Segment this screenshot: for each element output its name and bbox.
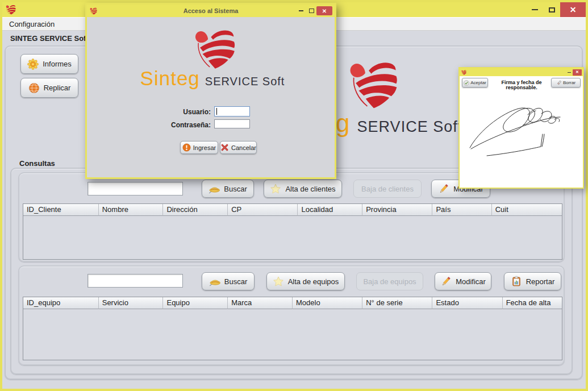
text-caret [216, 108, 217, 115]
column-header[interactable]: Marca [228, 297, 293, 309]
consultas-title: Consultas [19, 159, 55, 168]
search-hat-icon [209, 276, 220, 287]
column-header[interactable]: Estado [432, 297, 502, 309]
button-label: Aceptar [470, 80, 486, 85]
tiny-eraser-icon [556, 80, 562, 86]
alta-equipos-button[interactable]: Alta de equipos [266, 272, 345, 290]
ingresar-button[interactable]: Ingresar [180, 141, 218, 154]
signature-canvas[interactable] [461, 92, 582, 186]
button-label: Modificar [456, 277, 486, 286]
password-label: Contraseña: [166, 121, 211, 129]
star-icon [270, 183, 281, 194]
clients-search-input[interactable] [87, 182, 183, 196]
clients-table: ID_Cliente Nombre Dirección CP Localidad… [23, 203, 562, 260]
button-label: Borrar [563, 80, 576, 85]
signature-instruction: Firma y fecha de responsable. [489, 80, 554, 91]
logo-suffix-text: SERVICE Soft [357, 118, 463, 136]
informes-button[interactable]: Informes [20, 54, 78, 74]
maximize-button[interactable] [543, 3, 560, 16]
column-header[interactable]: País [432, 204, 491, 216]
column-header[interactable]: Provincia [362, 204, 432, 216]
button-label: Baja de clientes [361, 185, 414, 193]
modificar-equipos-button[interactable]: Modificar [435, 272, 491, 290]
column-header[interactable]: Fecha de alta [503, 297, 562, 309]
signature-minimize-button[interactable] [566, 69, 573, 76]
button-label: Cancelar [231, 144, 256, 151]
report-icon [511, 276, 522, 287]
column-header[interactable]: Modelo [293, 297, 362, 309]
button-label: Replicar [44, 84, 71, 92]
pencil-icon [440, 276, 452, 287]
menu-configuracion[interactable]: Configuración [2, 18, 61, 30]
column-header[interactable]: ID_equipo [23, 297, 99, 309]
column-header[interactable]: Cuit [492, 204, 562, 216]
button-label: Baja de equipos [363, 277, 416, 286]
column-header[interactable]: ID_Cliente [23, 204, 99, 216]
button-label: Reportar [526, 277, 555, 286]
reportar-button[interactable]: Reportar [504, 272, 561, 290]
column-header[interactable]: Nombre [99, 204, 164, 216]
clients-table-body[interactable] [23, 216, 562, 259]
group-title: SINTEG SERVICE Soft [10, 34, 89, 43]
username-input[interactable] [214, 106, 250, 117]
button-label: Buscar [224, 277, 247, 286]
logo-brand-text: Sinteg [140, 67, 200, 90]
equipment-buscar-button[interactable]: Buscar [202, 272, 255, 290]
signature-close-button[interactable]: ✕ [573, 69, 582, 76]
column-header[interactable]: Equipo [163, 297, 228, 309]
equipment-panel: Buscar Alta de equipos Baja de equipos M… [18, 265, 565, 365]
baja-clientes-button: Baja de clientes [353, 180, 422, 198]
column-header[interactable]: Servicio [99, 297, 164, 309]
close-button[interactable]: ✕ [560, 2, 586, 17]
globe-icon [28, 82, 40, 94]
column-header[interactable]: Localidad [298, 204, 362, 216]
dialog-close-button[interactable]: ✕ [316, 6, 332, 15]
clients-buscar-button[interactable]: Buscar [202, 180, 254, 198]
alta-clientes-button[interactable]: Alta de clientes [264, 180, 342, 198]
equipment-search-input[interactable] [87, 274, 183, 288]
logo-suffix-text: SERVICE Soft [205, 75, 285, 88]
minimize-button[interactable] [526, 3, 543, 16]
equipment-table-body[interactable] [23, 309, 562, 360]
tiny-check-icon [464, 80, 469, 86]
replicar-button[interactable]: Replicar [20, 78, 78, 98]
column-header[interactable]: CP [228, 204, 298, 216]
button-label: Informes [43, 60, 72, 68]
button-label: Alta de equipos [288, 277, 339, 286]
signature-aceptar-button[interactable]: Aceptar [462, 78, 488, 88]
column-header[interactable]: N° de serie [362, 297, 432, 309]
equipment-table: ID_equipo Servicio Equipo Marca Modelo N… [23, 297, 562, 360]
logo-heart-icon [194, 25, 236, 73]
baja-equipos-button: Baja de equipos [356, 272, 423, 290]
gear-icon [27, 59, 39, 70]
search-hat-icon [208, 183, 220, 194]
button-label: Buscar [224, 185, 247, 193]
dialog-minimize-button[interactable] [296, 6, 306, 15]
password-input[interactable] [214, 119, 250, 128]
dialog-maximize-button[interactable] [306, 6, 316, 15]
column-header[interactable]: Dirección [163, 204, 228, 216]
cancel-x-icon [220, 143, 229, 152]
button-label: Ingresar [193, 144, 216, 151]
signature-window: ✕ Aceptar Firma y fecha de responsable. … [458, 67, 584, 189]
login-dialog: Acceso al Sistema ✕ Sinteg SERVICE Soft … [85, 3, 336, 179]
cancelar-button[interactable]: Cancelar [220, 141, 257, 154]
app-heart-icon [461, 70, 466, 75]
pencil-icon [438, 183, 449, 194]
signature-titlebar[interactable]: ✕ [460, 68, 583, 76]
app-heart-icon [6, 5, 16, 15]
signature-borrar-button[interactable]: Borrar [551, 78, 581, 88]
logo-heart-icon [348, 60, 398, 109]
star-icon [273, 276, 284, 287]
username-label: Usuario: [166, 108, 211, 116]
button-label: Alta de clientes [285, 185, 335, 193]
dialog-titlebar[interactable]: Acceso al Sistema ✕ [87, 5, 335, 17]
exclamation-icon [182, 143, 191, 152]
